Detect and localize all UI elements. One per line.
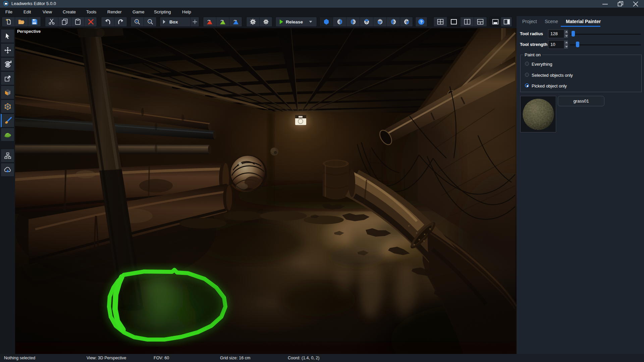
svg-text:Box: Box bbox=[169, 19, 178, 24]
svg-text:?: ? bbox=[420, 19, 423, 24]
svg-text:Release: Release bbox=[286, 19, 303, 24]
